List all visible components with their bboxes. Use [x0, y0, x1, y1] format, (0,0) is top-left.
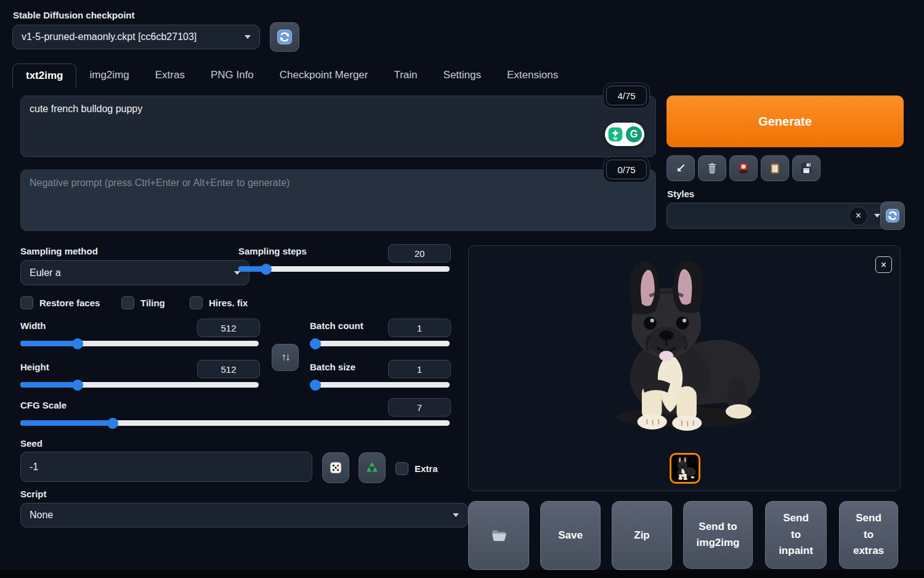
tiling-option: Tiling — [121, 296, 165, 309]
prompt-token-counter: 4/75 — [606, 86, 647, 105]
generated-image[interactable] — [588, 251, 781, 444]
flower-card-icon — [737, 161, 750, 175]
tab-png-info[interactable]: PNG Info — [198, 63, 267, 87]
script-select[interactable]: None — [20, 503, 468, 527]
cfg-scale-slider[interactable] — [20, 420, 450, 426]
tab-train[interactable]: Train — [381, 63, 430, 87]
recycle-icon — [365, 460, 379, 475]
script-label: Script — [20, 489, 47, 499]
tab-img2img[interactable]: img2img — [76, 63, 142, 87]
floppy-disk-icon — [800, 161, 813, 175]
sampling-method-label: Sampling method — [20, 246, 98, 256]
clipboard-icon — [768, 161, 782, 175]
extra-seed-label: Extra — [415, 463, 438, 474]
batch-size-label: Batch size — [310, 362, 355, 372]
styles-select[interactable]: × — [667, 203, 890, 229]
grammarly-widget[interactable]: G — [605, 123, 644, 146]
grammarly-suggestion-icon — [607, 126, 623, 142]
hires-fix-label: Hires. fix — [209, 298, 248, 308]
negative-prompt-token-counter: 0/75 — [606, 160, 647, 179]
checkpoint-select[interactable]: v1-5-pruned-emaonly.ckpt [cc6cb27103] — [12, 25, 260, 49]
chevron-down-icon — [453, 513, 459, 517]
restore-faces-label: Restore faces — [39, 298, 100, 308]
batch-count-input[interactable]: 1 — [388, 319, 451, 337]
send-to-img2img-button[interactable]: Send to img2img — [683, 501, 753, 569]
save-style-button[interactable] — [792, 155, 821, 181]
refresh-icon — [885, 208, 900, 223]
dice-icon — [328, 460, 343, 475]
tab-txt2img[interactable]: txt2img — [12, 63, 76, 88]
restore-faces-option: Restore faces — [20, 296, 100, 309]
hires-fix-option: Hires. fix — [190, 296, 248, 309]
bottom-bar — [0, 570, 924, 578]
save-button[interactable]: Save — [540, 501, 601, 570]
tab-checkpoint-merger[interactable]: Checkpoint Merger — [267, 63, 381, 87]
gallery-thumbnail[interactable] — [670, 453, 700, 484]
paste-params-button[interactable] — [667, 155, 695, 181]
tab-bar: txt2img img2img Extras PNG Info Checkpoi… — [12, 63, 571, 88]
stable-diffusion-webui: Stable Diffusion checkpoint v1-5-pruned-… — [0, 0, 924, 578]
send-to-inpaint-button[interactable]: Send to inpaint — [765, 501, 827, 569]
width-slider[interactable] — [20, 341, 259, 346]
seed-input[interactable] — [20, 452, 312, 482]
thumbnail-image — [671, 455, 699, 482]
close-icon: × — [881, 259, 886, 271]
output-gallery-panel: × — [468, 245, 901, 491]
cfg-scale-label: CFG Scale — [20, 400, 67, 410]
chevron-down-icon — [874, 214, 880, 218]
grammarly-g-icon: G — [626, 126, 642, 142]
apply-style-button[interactable] — [761, 155, 789, 181]
close-gallery-button[interactable]: × — [875, 256, 892, 273]
checkpoint-refresh-button[interactable] — [270, 22, 299, 52]
refresh-icon — [277, 29, 293, 45]
extra-networks-button[interactable] — [729, 155, 758, 181]
negative-prompt-input[interactable] — [20, 169, 656, 231]
sampling-method-value: Euler a — [30, 267, 61, 279]
up-down-arrows-icon: ↑↓ — [282, 351, 290, 364]
checkpoint-value: v1-5-pruned-emaonly.ckpt [cc6cb27103] — [22, 31, 197, 43]
hires-fix-checkbox[interactable] — [190, 296, 203, 309]
sampling-steps-input[interactable]: 20 — [388, 244, 451, 263]
chevron-down-icon — [245, 35, 251, 39]
cfg-scale-input[interactable]: 7 — [388, 398, 451, 417]
batch-count-slider[interactable] — [310, 341, 450, 346]
generate-button[interactable]: Generate — [667, 96, 904, 147]
checkpoint-label: Stable Diffusion checkpoint — [13, 10, 135, 20]
tab-extensions[interactable]: Extensions — [494, 63, 571, 87]
extra-seed-checkbox[interactable] — [395, 462, 408, 475]
styles-clear-icon[interactable]: × — [849, 206, 868, 226]
sampling-method-select[interactable]: Euler a — [20, 260, 249, 285]
open-folder-button[interactable] — [468, 501, 529, 570]
trash-icon — [705, 161, 719, 175]
tiling-label: Tiling — [140, 298, 165, 308]
arrow-down-left-icon — [674, 161, 687, 175]
seed-label: Seed — [20, 438, 43, 449]
zip-button[interactable]: Zip — [612, 501, 672, 570]
width-label: Width — [20, 320, 46, 331]
clear-prompt-button[interactable] — [698, 155, 726, 181]
styles-refresh-button[interactable] — [880, 201, 905, 230]
height-input[interactable]: 512 — [197, 360, 260, 378]
width-input[interactable]: 512 — [197, 319, 260, 337]
script-value: None — [30, 510, 53, 521]
batch-size-slider[interactable] — [310, 382, 450, 388]
sampling-steps-label: Sampling steps — [238, 246, 307, 256]
tab-extras[interactable]: Extras — [142, 63, 198, 87]
height-label: Height — [20, 362, 49, 372]
extra-seed-option: Extra — [395, 462, 438, 475]
random-seed-button[interactable] — [322, 452, 349, 483]
height-slider[interactable] — [20, 382, 259, 388]
sampling-steps-slider[interactable] — [238, 266, 450, 272]
batch-count-label: Batch count — [310, 320, 363, 331]
batch-size-input[interactable]: 1 — [388, 360, 451, 378]
reuse-seed-button[interactable] — [359, 452, 386, 483]
tiling-checkbox[interactable] — [121, 296, 134, 309]
prompt-input[interactable]: cute french bulldog puppy — [20, 96, 656, 157]
swap-width-height-button[interactable]: ↑↓ — [272, 344, 299, 371]
restore-faces-checkbox[interactable] — [20, 296, 33, 309]
send-to-extras-button[interactable]: Send to extras — [839, 501, 898, 569]
tab-settings[interactable]: Settings — [431, 63, 494, 87]
folder-icon — [490, 527, 508, 544]
styles-label: Styles — [667, 189, 694, 199]
